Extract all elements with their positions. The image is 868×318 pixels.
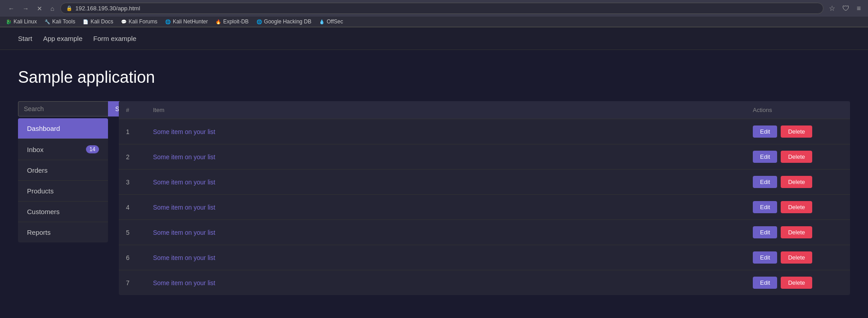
row-number: 4 [126, 204, 153, 211]
row-actions: Edit Delete [753, 277, 843, 289]
edit-button[interactable]: Edit [753, 251, 777, 264]
bookmark-icon: 💬 [121, 18, 127, 25]
app-wrapper: StartApp exampleForm example Sample appl… [0, 27, 868, 318]
bookmark-item[interactable]: 🌐Kali NetHunter [165, 18, 208, 25]
row-item-text: Some item on your list [153, 179, 753, 186]
row-number: 2 [126, 153, 153, 161]
sidebar-item-label: Inbox [27, 146, 44, 153]
bookmark-item[interactable]: 📄Kali Docs [82, 18, 113, 25]
edit-button[interactable]: Edit [753, 176, 777, 188]
table-row: 1 Some item on your list Edit Delete [119, 119, 850, 144]
sidebar-item-dashboard[interactable]: Dashboard [18, 118, 108, 139]
menu-button[interactable]: ≡ [855, 4, 863, 13]
table-row: 4 Some item on your list Edit Delete [119, 195, 850, 220]
edit-button[interactable]: Edit [753, 226, 777, 238]
bookmark-icon: 🌐 [165, 18, 171, 25]
delete-button[interactable]: Delete [781, 226, 812, 238]
col-item: Item [153, 107, 753, 113]
nav-link[interactable]: Form example [93, 35, 136, 42]
row-actions: Edit Delete [753, 125, 843, 138]
url-text: 192.168.195.30/app.html [75, 5, 140, 12]
row-number: 1 [126, 128, 153, 135]
browser-actions: ☆ 🛡 ≡ [827, 3, 863, 13]
sidebar-item-label: Dashboard [27, 125, 60, 132]
table-area: # Item Actions 1 Some item on your list … [119, 101, 850, 295]
table-row: 5 Some item on your list Edit Delete [119, 220, 850, 245]
sidebar-item-customers[interactable]: Customers [18, 202, 108, 222]
row-actions: Edit Delete [753, 201, 843, 213]
edit-button[interactable]: Edit [753, 277, 777, 289]
close-button[interactable]: ✕ [34, 4, 45, 13]
lock-icon: 🔒 [66, 5, 72, 11]
row-item-text: Some item on your list [153, 254, 753, 261]
bookmark-icon: 🔥 [215, 18, 221, 25]
table-row: 7 Some item on your list Edit Delete [119, 270, 850, 295]
row-number: 3 [126, 179, 153, 186]
address-bar[interactable]: 🔒 192.168.195.30/app.html [60, 3, 823, 14]
nav-link[interactable]: Start [18, 35, 32, 42]
bookmark-item[interactable]: 🔥Exploit-DB [215, 18, 249, 25]
col-actions: Actions [753, 107, 843, 113]
table-row: 3 Some item on your list Edit Delete [119, 170, 850, 195]
row-actions: Edit Delete [753, 176, 843, 188]
sidebar-item-label: Products [27, 187, 54, 195]
delete-button[interactable]: Delete [781, 251, 812, 264]
bookmark-icon: 💧 [319, 18, 325, 25]
bookmark-icon: 🌐 [256, 18, 262, 25]
sidebar: Search DashboardInbox14OrdersProductsCus… [18, 101, 108, 242]
sidebar-menu: DashboardInbox14OrdersProductsCustomersR… [18, 118, 108, 242]
edit-button[interactable]: Edit [753, 151, 777, 163]
main-content: Sample application Search DashboardInbox… [0, 50, 868, 313]
bookmark-item[interactable]: 🔧Kali Tools [44, 18, 75, 25]
row-actions: Edit Delete [753, 251, 843, 264]
delete-button[interactable]: Delete [781, 176, 812, 188]
sidebar-item-label: Orders [27, 166, 48, 174]
page-title: Sample application [18, 68, 850, 87]
row-item-text: Some item on your list [153, 204, 753, 211]
row-actions: Edit Delete [753, 226, 843, 238]
sidebar-item-orders[interactable]: Orders [18, 160, 108, 181]
nav-link[interactable]: App example [43, 35, 83, 42]
forward-button[interactable]: → [20, 4, 31, 13]
delete-button[interactable]: Delete [781, 277, 812, 289]
search-input[interactable] [18, 101, 108, 116]
row-number: 7 [126, 279, 153, 287]
sidebar-item-label: Reports [27, 228, 51, 236]
bookmark-item[interactable]: 🐉Kali Linux [5, 18, 37, 25]
table-body: 1 Some item on your list Edit Delete 2 S… [119, 119, 850, 295]
row-number: 5 [126, 229, 153, 236]
bookmark-item[interactable]: 💬Kali Forums [121, 18, 157, 25]
edit-button[interactable]: Edit [753, 125, 777, 138]
sidebar-badge: 14 [86, 145, 99, 153]
col-num: # [126, 107, 153, 113]
sidebar-item-label: Customers [27, 208, 60, 215]
table-row: 6 Some item on your list Edit Delete [119, 245, 850, 270]
back-button[interactable]: ← [5, 4, 17, 13]
search-bar: Search [18, 101, 108, 116]
sidebar-item-reports[interactable]: Reports [18, 222, 108, 242]
row-item-text: Some item on your list [153, 229, 753, 236]
delete-button[interactable]: Delete [781, 125, 812, 138]
delete-button[interactable]: Delete [781, 201, 812, 213]
extensions-button[interactable]: 🛡 [841, 4, 851, 13]
star-button[interactable]: ☆ [827, 3, 837, 13]
browser-toolbar: ← → ✕ ⌂ 🔒 192.168.195.30/app.html ☆ 🛡 ≡ [0, 0, 868, 17]
row-item-text: Some item on your list [153, 153, 753, 161]
delete-button[interactable]: Delete [781, 151, 812, 163]
row-item-text: Some item on your list [153, 128, 753, 135]
bookmark-icon: 🐉 [5, 18, 12, 25]
sidebar-item-inbox[interactable]: Inbox14 [18, 139, 108, 160]
edit-button[interactable]: Edit [753, 201, 777, 213]
content-layout: Search DashboardInbox14OrdersProductsCus… [18, 101, 850, 295]
bookmark-item[interactable]: 💧OffSec [319, 18, 343, 25]
row-item-text: Some item on your list [153, 279, 753, 287]
bookmarks-bar: 🐉Kali Linux🔧Kali Tools📄Kali Docs💬Kali Fo… [0, 17, 868, 27]
table-row: 2 Some item on your list Edit Delete [119, 144, 850, 170]
sidebar-item-products[interactable]: Products [18, 181, 108, 202]
home-button[interactable]: ⌂ [48, 4, 57, 13]
row-actions: Edit Delete [753, 151, 843, 163]
top-nav: StartApp exampleForm example [0, 27, 868, 50]
bookmark-item[interactable]: 🌐Google Hacking DB [256, 18, 311, 25]
table-header: # Item Actions [119, 101, 850, 119]
bookmark-icon: 🔧 [44, 18, 50, 25]
